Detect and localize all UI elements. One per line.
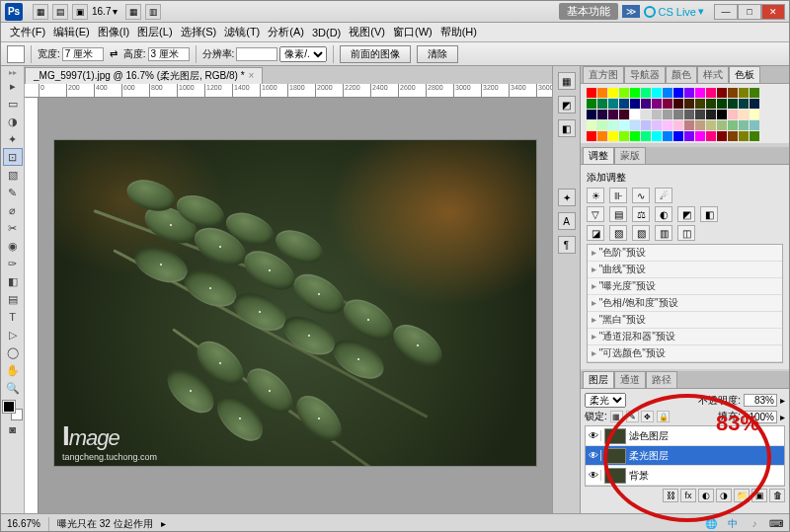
- status-icon-3[interactable]: ♪: [748, 517, 761, 531]
- menu-view[interactable]: 视图(V): [346, 24, 388, 40]
- tool-crop[interactable]: ⊡: [3, 148, 23, 166]
- blend-mode-select[interactable]: 柔光: [585, 393, 626, 408]
- dock-icon-6[interactable]: ¶: [558, 236, 576, 254]
- tool-type[interactable]: T: [3, 308, 23, 326]
- menu-analysis[interactable]: 分析(A): [265, 24, 307, 40]
- lock-trans-icon[interactable]: ▦: [610, 411, 623, 422]
- title-icon-1[interactable]: ▦: [33, 4, 48, 20]
- tab-color[interactable]: 颜色: [666, 66, 697, 83]
- preset-mixer[interactable]: "通道混和器"预设: [588, 329, 782, 345]
- mask-icon[interactable]: ◐: [698, 489, 714, 502]
- tool-eraser[interactable]: ✑: [3, 255, 23, 272]
- workspace-switch[interactable]: 基本功能: [559, 3, 618, 20]
- title-icon-3[interactable]: ▣: [72, 4, 88, 20]
- workspace-arrows[interactable]: ≫: [622, 5, 640, 18]
- clear-button[interactable]: 清除: [417, 45, 458, 63]
- dock-icon-3[interactable]: ◧: [558, 119, 576, 137]
- adj-vib-icon[interactable]: ▽: [587, 206, 604, 222]
- tool-heal[interactable]: ✎: [3, 184, 23, 201]
- close-tab-icon[interactable]: ×: [249, 70, 255, 81]
- newlayer-icon[interactable]: ▣: [751, 489, 767, 502]
- tab-masks[interactable]: 蒙版: [614, 147, 646, 164]
- title-icon-2[interactable]: ▤: [52, 4, 68, 20]
- adjlayer-icon[interactable]: ◑: [716, 489, 732, 502]
- crop-tool-icon[interactable]: [7, 45, 25, 63]
- tool-wand[interactable]: ✦: [3, 130, 23, 148]
- tab-histogram[interactable]: 直方图: [583, 66, 624, 83]
- fill-input[interactable]: [744, 411, 777, 423]
- tool-hand[interactable]: ✋: [3, 361, 23, 379]
- tool-blur[interactable]: ▤: [3, 290, 23, 308]
- tab-swatches[interactable]: 色板: [729, 66, 760, 83]
- dock-icon-1[interactable]: ▦: [558, 72, 576, 90]
- menu-layer[interactable]: 图层(L): [134, 24, 175, 40]
- menu-edit[interactable]: 编辑(E): [50, 24, 93, 40]
- fill-drop-icon[interactable]: ▸: [780, 412, 785, 422]
- tool-shape[interactable]: ◯: [3, 343, 23, 361]
- opacity-input[interactable]: [744, 394, 777, 407]
- lock-all-icon[interactable]: 🔒: [657, 411, 670, 422]
- preset-exposure[interactable]: "曝光度"预设: [588, 278, 782, 295]
- status-icon-1[interactable]: 🌐: [704, 517, 718, 531]
- layer-list[interactable]: 👁滤色图层 👁柔光图层 👁背景: [585, 425, 785, 487]
- tab-channels[interactable]: 通道: [614, 371, 646, 388]
- layer-item[interactable]: 👁柔光图层: [586, 446, 784, 466]
- tool-brush[interactable]: ⌀: [3, 201, 23, 219]
- tool-stamp[interactable]: ✂: [3, 219, 23, 237]
- canvas[interactable]: Image tangcheng.tuchong.com: [39, 98, 552, 513]
- folder-icon[interactable]: 📁: [734, 489, 750, 502]
- front-image-button[interactable]: 前面的图像: [340, 45, 411, 63]
- status-icon-4[interactable]: ⌨: [769, 517, 783, 531]
- layer-item[interactable]: 👁滤色图层: [586, 426, 784, 446]
- tool-move[interactable]: ▸: [3, 77, 23, 95]
- width-input[interactable]: [62, 47, 104, 61]
- tool-eyedrop[interactable]: ▧: [3, 166, 23, 184]
- dock-icon-5[interactable]: A: [558, 212, 576, 230]
- lock-paint-icon[interactable]: ✎: [626, 411, 639, 422]
- res-input[interactable]: [236, 47, 277, 61]
- tool-marquee[interactable]: ▭: [3, 95, 23, 113]
- title-icon-5[interactable]: ▥: [145, 4, 161, 20]
- color-swatches[interactable]: [3, 401, 23, 420]
- menu-3d[interactable]: 3D(D): [309, 26, 344, 39]
- adj-curves-icon[interactable]: ∿: [632, 188, 650, 203]
- title-zoom[interactable]: 16.7 ▾: [92, 6, 118, 17]
- visibility-icon[interactable]: 👁: [586, 430, 601, 441]
- adj-levels-icon[interactable]: ⊪: [609, 188, 627, 203]
- adj-mixer-icon[interactable]: ◧: [700, 206, 718, 222]
- quickmask-icon[interactable]: ◙: [3, 420, 23, 438]
- preset-curves[interactable]: "曲线"预设: [588, 262, 782, 278]
- swap-icon[interactable]: ⇄: [110, 48, 118, 59]
- menu-file[interactable]: 文件(F): [7, 24, 48, 40]
- tool-history[interactable]: ◉: [3, 237, 23, 255]
- dock-icon-4[interactable]: ✦: [558, 189, 576, 206]
- tab-adjustments[interactable]: 调整: [583, 147, 614, 164]
- visibility-icon[interactable]: 👁: [586, 450, 601, 461]
- lock-move-icon[interactable]: ✥: [641, 411, 654, 422]
- adj-bw-icon[interactable]: ◐: [655, 206, 672, 222]
- res-unit[interactable]: 像素/...: [279, 46, 327, 62]
- swatches-grid[interactable]: [581, 84, 789, 143]
- menu-window[interactable]: 窗口(W): [390, 24, 435, 40]
- menu-image[interactable]: 图像(I): [95, 24, 132, 40]
- layer-item[interactable]: 👁背景: [586, 466, 784, 486]
- tool-lasso[interactable]: ◑: [3, 113, 23, 130]
- menu-filter[interactable]: 滤镜(T): [221, 24, 263, 40]
- tool-gradient[interactable]: ◧: [3, 272, 23, 290]
- menu-select[interactable]: 选择(S): [178, 24, 220, 40]
- adj-photo-icon[interactable]: ◩: [677, 206, 695, 222]
- trash-icon[interactable]: 🗑: [769, 489, 785, 502]
- adj-thresh-icon[interactable]: ▧: [632, 225, 650, 241]
- tab-paths[interactable]: 路径: [646, 371, 677, 388]
- adj-poster-icon[interactable]: ▨: [609, 225, 627, 241]
- tool-zoom[interactable]: 🔍: [3, 379, 23, 397]
- close-button[interactable]: ✕: [761, 4, 785, 20]
- tab-layers[interactable]: 图层: [583, 371, 614, 388]
- adj-exposure-icon[interactable]: ☄: [655, 188, 672, 203]
- adj-hue-icon[interactable]: ▤: [609, 206, 627, 222]
- status-zoom[interactable]: 16.67%: [7, 518, 40, 529]
- document-tab[interactable]: _MG_5997(1).jpg @ 16.7% (柔光图层, RGB/8) *×: [25, 67, 263, 84]
- minimize-button[interactable]: —: [714, 4, 738, 20]
- dock-icon-2[interactable]: ◩: [558, 96, 576, 114]
- status-icon-2[interactable]: 中: [726, 517, 740, 531]
